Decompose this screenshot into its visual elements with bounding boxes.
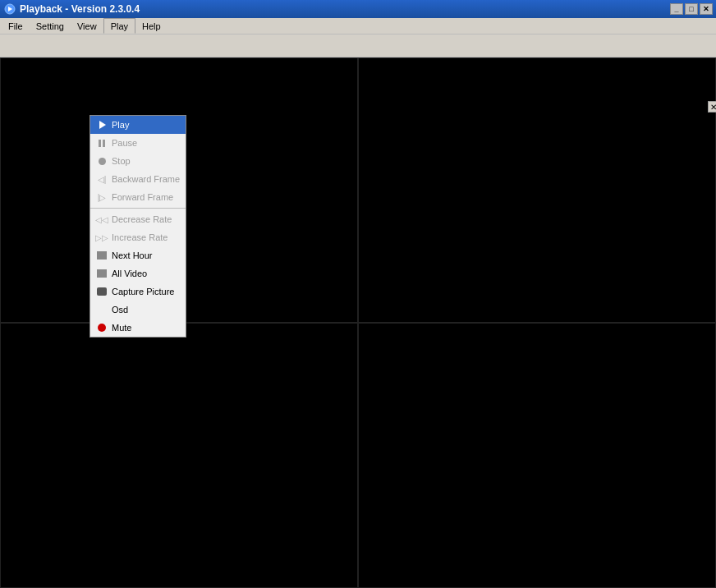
decrease-rate-icon: ◁◁ <box>95 213 108 226</box>
play-menu-next-hour[interactable]: Next Hour <box>90 246 186 264</box>
app-icon <box>3 2 16 16</box>
close-button[interactable]: ✕ <box>700 3 713 15</box>
next-hour-icon <box>95 249 108 262</box>
toolbar <box>0 34 716 57</box>
stop-icon <box>95 154 108 168</box>
dropdown-close-button[interactable]: ✕ <box>708 101 716 113</box>
maximize-button[interactable]: □ <box>685 3 698 15</box>
play-menu-forward-frame: |▷ Forward Frame <box>90 188 186 206</box>
play-menu-capture-picture[interactable]: Capture Picture <box>90 283 186 301</box>
menu-view[interactable]: View <box>71 18 103 34</box>
pause-icon <box>95 136 108 149</box>
menu-help[interactable]: Help <box>135 18 168 34</box>
menu-play[interactable]: Play <box>103 18 135 34</box>
play-menu-all-video[interactable]: All Video <box>90 264 186 283</box>
play-menu-decrease-rate: ◁◁ Decrease Rate <box>90 210 186 228</box>
increase-rate-icon: ▷▷ <box>95 231 108 244</box>
play-menu-pause: Pause <box>90 134 186 152</box>
play-dropdown-menu: Play Pause Stop ◁| Backward Frame | <box>90 115 186 338</box>
main-content: ✕ Play Pause Stop ◁| <box>0 57 716 588</box>
forward-frame-icon: |▷ <box>95 191 108 204</box>
menu-bar: File Setting View Play Help <box>0 18 716 34</box>
menu-file[interactable]: File <box>2 18 30 34</box>
window-controls: _ □ ✕ <box>670 3 713 15</box>
play-menu-mute[interactable]: Mute <box>90 319 186 337</box>
play-menu-increase-rate: ▷▷ Increase Rate <box>90 228 186 246</box>
menu-setting[interactable]: Setting <box>30 18 71 34</box>
video-cell-4 <box>358 323 716 588</box>
play-menu-stop: Stop <box>90 152 186 170</box>
capture-picture-icon <box>95 285 108 298</box>
menu-divider-1 <box>90 208 186 209</box>
play-menu-osd[interactable]: Osd <box>90 301 186 319</box>
title-bar: Playback - Version 2.3.0.4 _ □ ✕ <box>0 0 716 18</box>
play-icon <box>95 118 108 131</box>
backward-frame-icon: ◁| <box>95 172 108 186</box>
minimize-button[interactable]: _ <box>670 3 683 15</box>
osd-icon <box>95 303 108 316</box>
video-cell-2 <box>358 57 716 323</box>
all-video-icon <box>95 267 108 280</box>
mute-icon <box>95 321 108 334</box>
video-cell-3 <box>0 323 358 588</box>
window-title: Playback - Version 2.3.0.4 <box>20 3 670 15</box>
play-menu-backward-frame: ◁| Backward Frame <box>90 170 186 188</box>
play-menu-play[interactable]: Play <box>90 116 186 134</box>
